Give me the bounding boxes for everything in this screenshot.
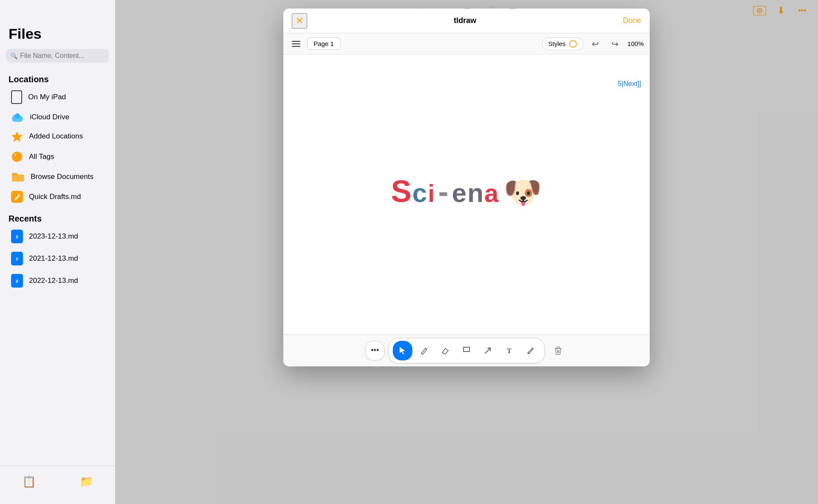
recents-section-title: Recents [0,207,115,225]
sidebar-item-label: Quick Drafts.md [29,193,81,201]
file-icon: # [11,230,23,243]
sidebar-item-drafts[interactable]: Quick Drafts.md [3,187,112,207]
char-c: c [412,178,428,208]
app-title: Files [0,26,115,49]
file-icon: # [11,252,23,265]
hamburger-line-3 [292,46,300,47]
arrow-tool[interactable] [478,341,498,360]
delete-button[interactable] [548,341,568,360]
file-icon: # [11,274,23,288]
sidebar-item-added[interactable]: Added Locations [3,126,112,147]
toolbar-right: Styles ↩ ↪ 100% [542,37,644,51]
styles-button[interactable]: Styles [542,37,583,50]
hamburger-line-2 [292,43,300,44]
search-input[interactable] [20,52,105,60]
sidebar-item-tags[interactable]: All Tags [3,147,112,167]
more-tools-button[interactable]: ••• [365,341,385,360]
tag-icon [11,151,23,163]
char-n: n [467,178,484,208]
done-button[interactable]: Done [623,16,641,25]
undo-button[interactable]: ↩ [588,37,603,51]
folder-icon [11,171,25,182]
char-i: i [428,179,435,207]
notes-icon: 📋 [22,475,36,488]
sidebar-item-recent-3[interactable]: # 2022-12-13.md [3,270,112,292]
rectangle-tool[interactable] [457,341,476,360]
sci-text: S c i - e n a [391,174,499,211]
close-button[interactable]: ✕ [292,13,307,29]
svg-text:T: T [507,347,512,354]
nav-files[interactable]: 📁 [80,475,93,488]
svg-text:#: # [16,279,18,284]
zoom-level[interactable]: 100% [628,40,644,47]
svg-point-6 [14,154,16,156]
svg-text:#: # [16,234,18,239]
char-dash: - [438,174,449,209]
sidebar-item-label: All Tags [29,153,54,161]
sidebar-item-label: 2023-12-13.md [29,232,78,241]
tool-group: T [388,338,545,363]
char-a: a [484,179,499,208]
sidebar-item-label: iCloud Drive [30,113,69,121]
menu-button[interactable] [289,37,303,51]
eraser-tool[interactable] [435,341,455,360]
select-tool[interactable] [393,341,412,360]
locations-section-title: Locations [0,71,115,86]
svg-rect-18 [464,347,469,351]
char-e: e [452,178,467,208]
tldraw-canvas[interactable]: S c i - e n a 🐶 5|Next]] [283,55,650,334]
styles-circle-icon [569,40,577,48]
dog-emoji: 🐶 [504,174,542,210]
svg-text:#: # [16,256,18,262]
char-S: S [391,174,412,209]
tldraw-header: ✕ tldraw Done [283,9,650,33]
modal-overlay: ✕ tldraw Done Page 1 Styles ↩ ↪ 100% [115,0,818,504]
files-icon: 📁 [80,475,93,488]
link-text[interactable]: 5|Next]] [618,80,641,88]
edit-tool[interactable] [521,341,540,360]
text-tool[interactable]: T [499,341,519,360]
sidebar-item-browse[interactable]: Browse Documents [3,167,112,187]
redo-button[interactable]: ↪ [608,37,622,51]
star-icon [11,130,23,142]
tldraw-toolbar: Page 1 Styles ↩ ↪ 100% [283,33,650,55]
sidebar-item-icloud[interactable]: iCloud Drive [3,108,112,126]
hamburger-line-1 [292,41,300,42]
tldraw-bottom-toolbar: ••• [283,334,650,366]
sidebar-item-label: 2021-12-13.md [29,254,78,263]
sidebar-item-label: On My iPad [28,93,66,101]
icloud-icon [11,112,24,122]
canvas-drawing: S c i - e n a 🐶 [391,174,542,211]
search-bar[interactable]: 🔍 [6,49,109,63]
pencil-icon [11,191,23,203]
sidebar-item-label: Added Locations [29,132,83,141]
sidebar-item-label: 2022-12-13.md [29,276,78,285]
bottom-navigation: 📋 📁 [0,466,115,504]
svg-point-5 [12,152,22,162]
page-selector[interactable]: Page 1 [307,37,340,50]
styles-label: Styles [548,40,566,47]
nav-notes[interactable]: 📋 [22,475,36,488]
search-icon: 🔍 [10,52,17,59]
more-tools-icon: ••• [371,346,379,355]
ipad-icon [11,90,22,104]
sidebar-item-ipad[interactable]: On My iPad [3,86,112,108]
svg-marker-17 [400,347,405,354]
sidebar-item-recent-1[interactable]: # 2023-12-13.md [3,225,112,248]
svg-point-3 [15,113,20,118]
sidebar: Files 🔍 Locations On My iPad iCloud Driv… [0,0,115,504]
pen-tool[interactable] [414,341,434,360]
tldraw-modal: ✕ tldraw Done Page 1 Styles ↩ ↪ 100% [283,9,650,366]
svg-marker-4 [12,131,23,142]
tldraw-title: tldraw [454,16,476,25]
sidebar-item-label: Browse Documents [31,173,93,181]
sidebar-item-recent-2[interactable]: # 2021-12-13.md [3,248,112,270]
svg-rect-20 [527,353,530,354]
